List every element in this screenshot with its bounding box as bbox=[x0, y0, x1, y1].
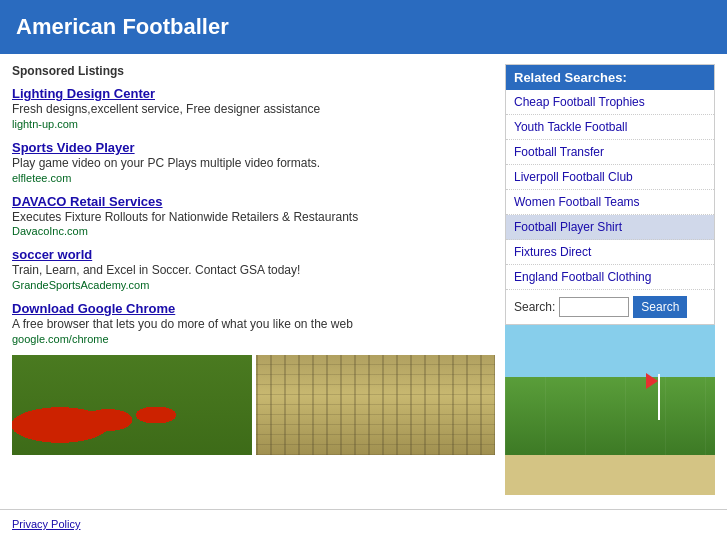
listing-item: Lighting Design Center Fresh designs,exc… bbox=[12, 86, 495, 130]
flag-icon bbox=[646, 373, 658, 389]
listing-title: Sports Video Player bbox=[12, 140, 495, 155]
listing-item: Download Google Chrome A free browser th… bbox=[12, 301, 495, 345]
related-item-6[interactable]: Football Player Shirt bbox=[506, 215, 714, 240]
related-item-3[interactable]: Football Transfer bbox=[506, 140, 714, 165]
related-item-8[interactable]: England Football Clothing bbox=[506, 265, 714, 290]
listing-title: DAVACO Retail Services bbox=[12, 194, 495, 209]
search-button[interactable]: Search bbox=[633, 296, 687, 318]
listing-item: Sports Video Player Play game video on y… bbox=[12, 140, 495, 184]
right-column: Related Searches: Cheap Football Trophie… bbox=[505, 64, 715, 455]
related-item-5[interactable]: Women Football Teams bbox=[506, 190, 714, 215]
search-row: Search: Search bbox=[506, 290, 714, 324]
bottom-section bbox=[0, 455, 727, 505]
tan-area bbox=[505, 455, 715, 495]
listing-url-5: google.com/chrome bbox=[12, 333, 495, 345]
listing-url-2: elfletee.com bbox=[12, 172, 495, 184]
search-label: Search: bbox=[514, 300, 555, 314]
sponsored-heading: Sponsored Listings bbox=[12, 64, 495, 78]
image-section bbox=[12, 355, 495, 455]
listing-item: soccer world Train, Learn, and Excel in … bbox=[12, 247, 495, 291]
football-game-image bbox=[12, 355, 252, 455]
listing-url-1: lightn-up.com bbox=[12, 118, 495, 130]
related-item-4[interactable]: Liverpoll Football Club bbox=[506, 165, 714, 190]
stadium-seats-image bbox=[256, 355, 496, 455]
listing-title: soccer world bbox=[12, 247, 495, 262]
search-input[interactable] bbox=[559, 297, 629, 317]
listing-title: Lighting Design Center bbox=[12, 86, 495, 101]
related-item-7[interactable]: Fixtures Direct bbox=[506, 240, 714, 265]
listing-url-4: GrandeSportsAcademy.com bbox=[12, 279, 495, 291]
listing-item: DAVACO Retail Services Executes Fixture … bbox=[12, 194, 495, 238]
listing-link-5[interactable]: Download Google Chrome bbox=[12, 301, 175, 316]
privacy-policy-link[interactable]: Privacy Policy bbox=[12, 518, 80, 530]
football-field-image bbox=[505, 325, 715, 455]
listing-desc-4: Train, Learn, and Excel in Soccer. Conta… bbox=[12, 262, 495, 279]
footer: Privacy Policy bbox=[0, 509, 727, 537]
listing-desc-3: Executes Fixture Rollouts for Nationwide… bbox=[12, 209, 495, 226]
related-item-2[interactable]: Youth Tackle Football bbox=[506, 115, 714, 140]
listing-desc-2: Play game video on your PC Plays multipl… bbox=[12, 155, 495, 172]
listing-url-3: DavacoInc.com bbox=[12, 225, 495, 237]
bottom-left-spacer bbox=[12, 455, 495, 495]
listing-link-4[interactable]: soccer world bbox=[12, 247, 92, 262]
related-item-1[interactable]: Cheap Football Trophies bbox=[506, 90, 714, 115]
listing-desc-5: A free browser that lets you do more of … bbox=[12, 316, 495, 333]
related-searches-box: Related Searches: Cheap Football Trophie… bbox=[505, 64, 715, 325]
related-heading: Related Searches: bbox=[506, 65, 714, 90]
listing-title: Download Google Chrome bbox=[12, 301, 495, 316]
listing-desc-1: Fresh designs,excellent service, Free de… bbox=[12, 101, 495, 118]
listing-link-3[interactable]: DAVACO Retail Services bbox=[12, 194, 163, 209]
sponsored-listings: Sponsored Listings Lighting Design Cente… bbox=[12, 64, 495, 455]
listing-link-2[interactable]: Sports Video Player bbox=[12, 140, 135, 155]
listing-link-1[interactable]: Lighting Design Center bbox=[12, 86, 155, 101]
header: American Footballer bbox=[0, 0, 727, 54]
page-title: American Footballer bbox=[16, 14, 711, 40]
